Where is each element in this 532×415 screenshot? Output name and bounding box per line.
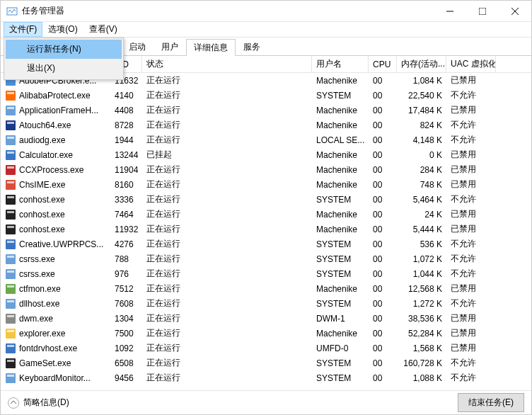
menu-exit[interactable]: 退出(X): [6, 59, 122, 78]
process-icon: [5, 373, 16, 384]
cell-uac: 已禁用: [446, 311, 496, 326]
cell-pid: 11904: [110, 162, 142, 177]
cell-mem: 1,568 K: [397, 341, 446, 356]
file-dropdown: 运行新任务(N) 退出(X): [4, 38, 124, 80]
svg-rect-14: [7, 137, 14, 139]
cell-mem: 5,444 K: [397, 222, 446, 237]
close-button[interactable]: [499, 1, 531, 21]
table-row[interactable]: conhost.exe11932正在运行Machenike005,444 K已禁…: [1, 222, 531, 237]
cell-cpu: 00: [369, 251, 397, 266]
cell-status: 正在运行: [142, 311, 312, 326]
cell-user: Machenike: [312, 326, 369, 341]
cell-status: 正在运行: [142, 103, 312, 118]
cell-name: ctfmon.exe: [1, 281, 110, 296]
cell-uac: 已禁用: [446, 222, 496, 237]
table-row[interactable]: Calculator.exe13244已挂起Machenike000 K已禁用: [1, 147, 531, 162]
cell-pid: 1304: [110, 311, 142, 326]
cell-pid: 9456: [110, 370, 142, 385]
cell-cpu: 00: [369, 370, 397, 385]
svg-rect-44: [7, 360, 14, 362]
cell-uac: 已禁用: [446, 341, 496, 356]
table-row[interactable]: csrss.exe976正在运行SYSTEM001,044 K不允许: [1, 266, 531, 281]
table-row[interactable]: dllhost.exe7608正在运行SYSTEM001,272 K不允许: [1, 296, 531, 311]
cell-uac: 不允许: [446, 356, 496, 370]
process-icon: [5, 164, 16, 176]
cell-uac: 不允许: [446, 192, 496, 207]
cell-user: Machenike: [312, 118, 369, 132]
table-row[interactable]: fontdrvhost.exe1092正在运行UMFD-0001,568 K已禁…: [1, 341, 531, 356]
end-task-button[interactable]: 结束任务(E): [458, 393, 524, 412]
cell-pid: 13244: [110, 147, 142, 162]
table-row[interactable]: dwm.exe1304正在运行DWM-10038,536 K已禁用: [1, 311, 531, 326]
table-row[interactable]: Creative.UWPRPCS...4276正在运行SYSTEM00536 K…: [1, 237, 531, 251]
col-mem[interactable]: 内存(活动...: [397, 56, 446, 72]
menu-file[interactable]: 文件(F): [4, 22, 42, 37]
cell-mem: 0 K: [397, 147, 446, 162]
cell-cpu: 00: [369, 356, 397, 370]
tab-services[interactable]: 服务: [236, 38, 268, 55]
table-row[interactable]: ChsIME.exe8160正在运行Machenike00748 K已禁用: [1, 177, 531, 192]
cell-pid: 6508: [110, 356, 142, 370]
cell-cpu: 00: [369, 118, 397, 132]
cell-cpu: 00: [369, 326, 397, 341]
svg-rect-42: [7, 345, 14, 347]
fewer-details-toggle[interactable]: 简略信息(D): [8, 397, 458, 409]
table-row[interactable]: explorer.exe7500正在运行Machenike0052,284 K已…: [1, 326, 531, 341]
cell-name: conhost.exe: [1, 192, 110, 207]
cell-user: SYSTEM: [312, 251, 369, 266]
col-uac[interactable]: UAC 虚拟化: [446, 56, 496, 72]
table-row[interactable]: ctfmon.exe7512正在运行Machenike0012,568 K已禁用: [1, 281, 531, 296]
tab-details[interactable]: 详细信息: [186, 39, 236, 56]
cell-user: SYSTEM: [312, 88, 369, 103]
col-cpu[interactable]: CPU: [369, 56, 397, 72]
cell-status: 正在运行: [142, 162, 312, 177]
cell-name: ChsIME.exe: [1, 177, 110, 192]
cell-mem: 824 K: [397, 118, 446, 132]
cell-user: SYSTEM: [312, 296, 369, 311]
cell-status: 正在运行: [142, 207, 312, 222]
maximize-button[interactable]: [466, 1, 499, 21]
svg-rect-16: [7, 152, 14, 154]
cell-uac: 不允许: [446, 251, 496, 266]
table-row[interactable]: conhost.exe7464正在运行Machenike0024 K已禁用: [1, 207, 531, 222]
table-row[interactable]: KeyboardMonitor...9456正在运行SYSTEM001,088 …: [1, 370, 531, 385]
process-icon: [5, 268, 16, 280]
cell-name: Atouch64.exe: [1, 118, 110, 132]
svg-rect-40: [7, 330, 14, 332]
titlebar: 任务管理器: [1, 1, 531, 22]
tab-users[interactable]: 用户: [154, 38, 186, 55]
table-row[interactable]: GameSet.exe6508正在运行SYSTEM00160,728 K不允许: [1, 356, 531, 370]
cell-status: 正在运行: [142, 326, 312, 341]
menu-run-new-task[interactable]: 运行新任务(N): [6, 40, 122, 59]
table-row[interactable]: Atouch64.exe8728正在运行Machenike00824 K不允许: [1, 118, 531, 132]
menubar: 文件(F) 选项(O) 查看(V) 运行新任务(N) 退出(X): [1, 22, 531, 38]
table-row[interactable]: csrss.exe788正在运行SYSTEM001,072 K不允许: [1, 251, 531, 266]
col-user[interactable]: 用户名: [312, 56, 369, 72]
cell-uac: 已禁用: [446, 326, 496, 341]
col-status[interactable]: 状态: [142, 56, 312, 72]
svg-rect-8: [7, 92, 14, 94]
cell-mem: 1,044 K: [397, 266, 446, 281]
table-body[interactable]: AdobeIPCBroker.e...11632正在运行Machenike001…: [1, 73, 531, 390]
cell-user: DWM-1: [312, 311, 369, 326]
table-row[interactable]: audiodg.exe1944正在运行LOCAL SE...004,148 K不…: [1, 132, 531, 147]
table-row[interactable]: AlibabaProtect.exe4140正在运行SYSTEM0022,540…: [1, 88, 531, 103]
svg-rect-28: [7, 241, 14, 243]
cell-uac: 已禁用: [446, 147, 496, 162]
process-icon: [5, 298, 16, 309]
menu-options[interactable]: 选项(O): [42, 22, 83, 37]
table-row[interactable]: CCXProcess.exe11904正在运行Machenike00284 K已…: [1, 162, 531, 177]
cell-name: csrss.exe: [1, 251, 110, 266]
menu-view[interactable]: 查看(V): [83, 22, 123, 37]
cell-pid: 3336: [110, 192, 142, 207]
cell-cpu: 00: [369, 311, 397, 326]
process-icon: [5, 328, 16, 339]
process-icon: [5, 239, 16, 250]
minimize-button[interactable]: [434, 1, 466, 21]
table-row[interactable]: ApplicationFrameH...4408正在运行Machenike001…: [1, 103, 531, 118]
tab-startup[interactable]: 启动: [121, 38, 154, 55]
process-icon: [5, 105, 16, 116]
cell-uac: 不允许: [446, 237, 496, 251]
table-row[interactable]: conhost.exe3336正在运行SYSTEM005,464 K不允许: [1, 192, 531, 207]
cell-mem: 52,284 K: [397, 326, 446, 341]
